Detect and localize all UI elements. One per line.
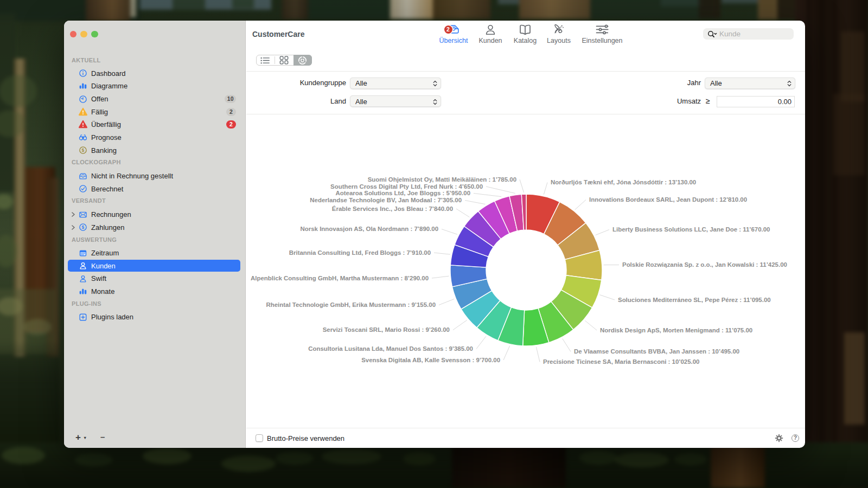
svg-text:Britannia Consulting Ltd, Fred: Britannia Consulting Ltd, Fred Bloggs : …: [289, 249, 431, 256]
svg-text:Precisione Ticinese SA, Maria: Precisione Ticinese SA, Maria Bernasconi…: [543, 358, 699, 365]
svg-text:Innovations Bordeaux SARL, Jea: Innovations Bordeaux SARL, Jean Dupont :…: [589, 196, 747, 203]
svg-text:Alpenblick Consulting GmbH, Ma: Alpenblick Consulting GmbH, Martha Muste…: [251, 275, 429, 281]
svg-text:Nordisk Design ApS, Morten Men: Nordisk Design ApS, Morten Menigmand : 1…: [600, 327, 752, 333]
svg-text:Suomi Ohjelmistot Oy, Matti Me: Suomi Ohjelmistot Oy, Matti Meikäläinen …: [368, 176, 516, 183]
svg-text:Rheintal Technologie GmbH, Eri: Rheintal Technologie GmbH, Erika Musterm…: [266, 301, 436, 308]
svg-text:$: $: [82, 147, 85, 153]
svg-text:Southern Cross Digital Pty Ltd: Southern Cross Digital Pty Ltd, Fred Nur…: [330, 183, 483, 190]
svg-text:Consultoria Lusitana Lda, Manu: Consultoria Lusitana Lda, Manuel Dos San…: [308, 345, 473, 352]
svg-text:Servizi Toscani SRL, Mario Ros: Servizi Toscani SRL, Mario Rossi : 9’260…: [323, 326, 450, 333]
svg-text:Liberty Business Solutions LLC: Liberty Business Solutions LLC, Jane Doe…: [612, 226, 770, 233]
svg-text:Polskie Rozwiązania Sp. z o.o.: Polskie Rozwiązania Sp. z o.o., Jan Kowa…: [622, 261, 787, 268]
svg-text:Nederlandse Technologie BV, Ja: Nederlandse Technologie BV, Jan Modaal :…: [310, 197, 462, 203]
svg-text:Érable Services Inc., Jos Blea: Érable Services Inc., Jos Bleau : 7’840.…: [332, 206, 453, 212]
svg-text:Aotearoa Solutions Ltd, Joe Bl: Aotearoa Solutions Ltd, Joe Bloggs : 5’9…: [336, 190, 471, 196]
svg-text:Svenska Digitala AB, Kalle Sve: Svenska Digitala AB, Kalle Svensson : 9’…: [361, 357, 500, 363]
svg-text:De Vlaamse Consultants BVBA, J: De Vlaamse Consultants BVBA, Jan Janssen…: [574, 348, 739, 355]
svg-text:Soluciones Mediterráneo SL, Pe: Soluciones Mediterráneo SL, Pepe Pérez :…: [618, 297, 771, 303]
svg-text:Norsk Innovasjon AS, Ola Nordm: Norsk Innovasjon AS, Ola Nordmann : 7’89…: [301, 226, 438, 232]
svg-text:$: $: [82, 224, 85, 230]
svg-text:Norðurljós Tækni ehf, Jóna Jón: Norðurljós Tækni ehf, Jóna Jónsdóttir : …: [551, 179, 696, 185]
